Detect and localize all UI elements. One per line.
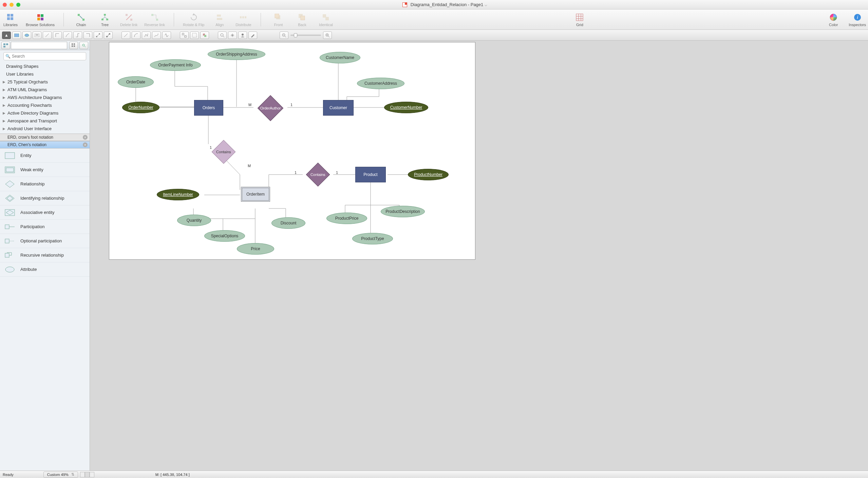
line-tool-4[interactable] [152,32,161,39]
zoom-tool[interactable] [218,32,227,39]
key-itemline[interactable]: ItemLineNumber [157,189,199,200]
lib-group[interactable]: ▶Accounting Flowcharts [0,101,90,109]
entity-orders[interactable]: Orders [194,100,223,116]
key-customernumber[interactable]: CustomerNumber [384,102,428,113]
zoom-in-button[interactable] [323,32,332,39]
shape-entity[interactable]: Entity [0,148,90,163]
shape-relationship[interactable]: Relationship [0,177,90,191]
lib-group[interactable]: ▶Active Directory Diagrams [0,109,90,117]
zoom-slider[interactable] [290,35,321,36]
lib-group[interactable]: ▶ATM UML Diagrams [0,86,90,94]
svg-line-16 [105,17,107,19]
grid-view-icon[interactable] [69,42,78,49]
status-coords: M: [ 445.38, 104.74 ] [155,473,190,477]
color-button[interactable]: Color [825,13,842,27]
user-tool[interactable] [238,32,247,39]
shape-recursive-relationship[interactable]: Recursive relationship [0,248,90,262]
connector-4[interactable] [73,32,82,39]
rect-tool[interactable] [12,32,21,39]
search-input[interactable] [3,52,86,60]
tab-erd-chen[interactable]: ERD, Chen's notation× [0,141,90,148]
library-search-field[interactable] [11,42,67,49]
attr-ordershipping[interactable]: OrderShippingAddress [208,48,265,60]
tree-button[interactable]: Tree [96,13,113,27]
rel-contains-1[interactable]: Contains [212,140,236,164]
attr-productprice[interactable]: ProductPrice [326,213,367,224]
fullscreen-window-button[interactable] [16,3,20,7]
svg-line-66 [285,36,286,37]
group-tool-1[interactable] [180,32,189,39]
canvas-area[interactable]: M 1 1 M 1 1 OrderDate OrderPayment Info … [90,41,868,471]
entity-product[interactable]: Product [355,167,386,182]
key-productnumber[interactable]: ProductNumber [408,169,449,180]
attr-productdesc[interactable]: ProductDescription [381,206,425,217]
entity-orderitem[interactable]: OrderItem [241,187,270,202]
distribute-button: Distribute [235,13,252,27]
svg-rect-9 [82,19,84,21]
connector-1[interactable] [43,32,52,39]
shape-identifying-relationship[interactable]: Identifying relationship [0,191,90,205]
pointer-tool[interactable]: ▲ [2,32,11,39]
connector-3[interactable] [63,32,72,39]
line-tool-5[interactable] [162,32,171,39]
page-tabs[interactable] [80,472,94,477]
group-tool-3[interactable] [200,32,209,39]
libraries-toggle-icon[interactable] [1,42,10,49]
ellipse-tool[interactable] [22,32,31,39]
inspectors-button[interactable]: iInspectors [849,13,866,27]
line-tool-1[interactable] [121,32,130,39]
attr-price[interactable]: Price [237,243,274,255]
diagram-canvas[interactable]: M 1 1 M 1 1 OrderDate OrderPayment Info … [109,42,475,260]
grid-button[interactable]: Grid [571,13,588,27]
pen-tool[interactable] [248,32,257,39]
shape-participation[interactable]: Participation [0,220,90,234]
lib-group[interactable]: ▶AWS Architecture Diagrams [0,94,90,101]
line-tool-2[interactable] [132,32,140,39]
shape-associative-entity[interactable]: Associative entity [0,205,90,220]
group-tool-2[interactable] [190,32,199,39]
rel-contains-2[interactable]: Contains [306,163,330,187]
attr-orderpayment[interactable]: OrderPayment Info [150,59,201,71]
svg-line-70 [328,36,329,37]
shape-attribute[interactable]: Attribute [0,262,90,277]
lib-group[interactable]: Drawing Shapes [0,62,90,70]
shape-optional-participation[interactable]: Optional participation [0,234,90,248]
attr-customername[interactable]: CustomerName [320,52,360,63]
connector-5[interactable] [83,32,92,39]
search-icon[interactable] [79,42,88,49]
attr-quantity[interactable]: Quantity [177,215,211,226]
close-window-button[interactable] [3,3,7,7]
lib-group[interactable]: ▶Android User Interface [0,125,90,133]
zoom-out-button[interactable] [280,32,288,39]
browse-solutions-button[interactable]: Browse Solutions [26,13,55,27]
attr-discount[interactable]: Discount [271,217,305,229]
attr-producttype[interactable]: ProductType [352,233,393,244]
tab-erd-crow[interactable]: ERD, crow's foot notation× [0,134,90,141]
svg-rect-8 [78,14,80,16]
connector-7[interactable] [104,32,113,39]
pan-tool[interactable] [228,32,237,39]
close-icon[interactable]: × [83,142,88,147]
window-controls [3,3,20,7]
lib-group[interactable]: User Libraries [0,70,90,78]
libraries-button[interactable]: Libraries [2,13,19,27]
line-tool-3[interactable] [142,32,151,39]
attr-specialoptions[interactable]: SpecialOptions [204,230,245,242]
lib-group[interactable]: ▶Aerospace and Transport [0,117,90,125]
rel-orderauthor[interactable]: OrderAuthor [258,95,283,121]
svg-line-48 [45,34,49,37]
connector-6[interactable] [94,32,102,39]
connector-2[interactable] [53,32,62,39]
close-icon[interactable]: × [83,135,88,140]
minimize-window-button[interactable] [10,3,14,7]
lib-group[interactable]: ▶25 Typical Orgcharts [0,78,90,86]
attr-customeraddress[interactable]: CustomerAddress [357,78,404,89]
shape-weak-entity[interactable]: Weak entity [0,163,90,177]
zoom-selector[interactable]: Custom 49%⇅ [43,472,78,478]
text-tool[interactable] [33,32,41,39]
entity-customer[interactable]: Customer [323,100,354,116]
attr-orderdate[interactable]: OrderDate [118,76,154,88]
chain-button[interactable]: Chain [73,13,90,27]
dropdown-caret-icon[interactable]: ⌵ [485,2,487,7]
key-ordernumber[interactable]: OrderNumber [122,102,159,113]
